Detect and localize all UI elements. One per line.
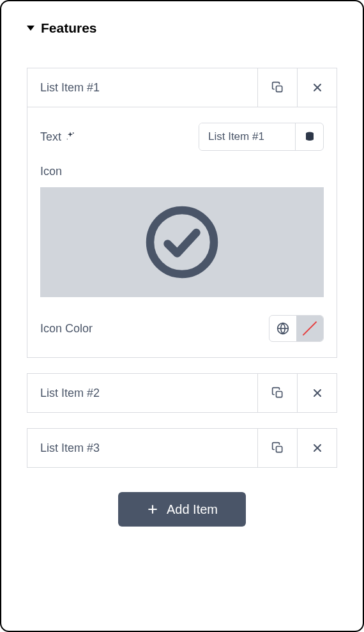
icon-color-controls [269,315,324,342]
svg-point-6 [150,210,214,274]
remove-button[interactable] [297,429,337,467]
svg-rect-12 [276,447,282,452]
close-icon [311,81,324,94]
text-field-label: Text [40,130,75,144]
plus-icon [146,503,159,516]
clone-icon [271,81,284,94]
close-icon [311,442,324,454]
check-circle-icon [144,204,220,281]
close-icon [311,387,324,399]
dynamic-data-button[interactable] [295,123,323,150]
icon-preview[interactable] [40,187,324,297]
icon-color-label: Icon Color [40,322,93,335]
text-label: Text [40,130,61,144]
text-input[interactable] [199,123,295,150]
list-item-label: List Item #2 [27,374,257,412]
svg-rect-9 [276,392,282,397]
text-field-row: Text [40,123,324,151]
remove-button[interactable] [297,68,337,107]
caret-down-icon [27,26,34,31]
list-item-row[interactable]: List Item #3 [27,428,337,468]
remove-button[interactable] [297,374,337,412]
icon-field-label: Icon [40,165,324,178]
section-title: Features [41,20,97,36]
section-header[interactable]: Features [27,20,337,36]
add-item-button[interactable]: Add Item [118,492,246,527]
text-input-group [199,123,324,151]
sparkle-icon [65,131,75,143]
list-item-label: List Item #1 [27,68,257,107]
list-item-row[interactable]: List Item #2 [27,373,337,413]
svg-point-3 [73,132,74,134]
database-icon [304,131,315,143]
svg-rect-0 [276,86,282,92]
globe-icon [277,322,289,335]
clone-button[interactable] [257,68,297,107]
clone-button[interactable] [257,374,297,412]
clone-icon [271,442,284,454]
item-expanded-panel: Text Icon Icon Color [27,107,337,358]
list-item-label: List Item #3 [27,429,257,467]
svg-point-4 [67,139,68,139]
global-color-button[interactable] [269,316,296,341]
add-item-label: Add Item [167,502,218,517]
icon-color-row: Icon Color [40,315,324,342]
color-swatch-none[interactable] [296,316,323,341]
clone-icon [271,387,284,399]
clone-button[interactable] [257,429,297,467]
list-item-row[interactable]: List Item #1 [27,68,337,107]
